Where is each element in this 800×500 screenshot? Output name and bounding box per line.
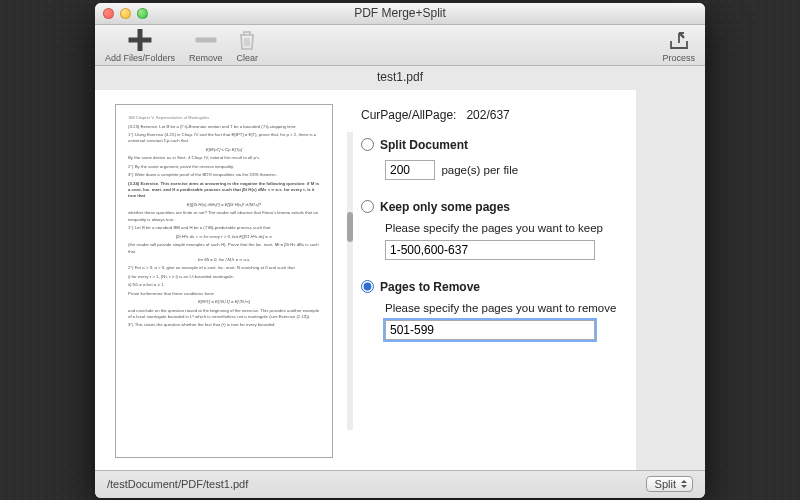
process-label: Process: [662, 53, 695, 63]
preview-line: whether these quantities are finite or n…: [128, 210, 320, 223]
window-title: PDF Merge+Split: [95, 6, 705, 20]
page-preview[interactable]: 188 Chapter V. Representation of Marting…: [115, 104, 333, 458]
file-path: /testDocument/PDF/test1.pdf: [107, 478, 248, 490]
split-suffix: page(s) per file: [441, 164, 518, 176]
toolbar: Add Files/Folders Remove Clear Process: [95, 25, 705, 66]
content-area: 188 Chapter V. Representation of Marting…: [95, 90, 636, 470]
preview-line: Prove furthermore that these conditions …: [128, 291, 320, 297]
remove-label: Remove: [189, 53, 223, 63]
remove-option-group: Pages to Remove Please specify the pages…: [361, 280, 616, 340]
preview-line: 3°) This raises the question whether the…: [128, 322, 320, 328]
add-files-button[interactable]: Add Files/Folders: [105, 29, 175, 63]
remove-button[interactable]: Remove: [189, 29, 223, 63]
footer: /testDocument/PDF/test1.pdf Split: [95, 470, 705, 498]
export-icon: [667, 31, 691, 51]
clear-label: Clear: [237, 53, 259, 63]
preview-line: 1°) Let B be a standard BM and H be a (ℱ…: [128, 225, 320, 231]
split-pages-input[interactable]: [385, 160, 435, 180]
preview-line: 3°) Write down a complete proof of the B…: [128, 172, 320, 178]
preview-line: 2°) By the same argument, prove the reve…: [128, 164, 320, 170]
clear-button[interactable]: Clear: [237, 29, 259, 63]
split-option-group: Split Document page(s) per file: [361, 138, 616, 180]
preview-line: By the same device as in Sect. 4 Chap. I…: [128, 155, 320, 161]
keep-radio[interactable]: [361, 200, 374, 213]
preview-pane: 188 Chapter V. Representation of Marting…: [95, 92, 345, 470]
preview-line: E[(∫0t H(s) dMs)²] = E[∫0t H(s)² d⟨M⟩s]?: [128, 202, 320, 208]
page-counter-value: 202/637: [466, 108, 509, 122]
preview-line: lim Mt = 0, lim ⟨M⟩t = ∞ a.s.: [128, 257, 320, 263]
action-select-value: Split: [655, 478, 676, 490]
document-title: test1.pdf: [95, 66, 705, 90]
minus-icon: [195, 29, 217, 51]
preview-line: i) for every τ > 1, (Nt, τ ≥ t) is an L²…: [128, 274, 320, 280]
preview-line: ∫0t H²s ds < ∞ for every t > 0, but E[∫0…: [128, 234, 320, 240]
app-window: PDF Merge+Split Add Files/Folders Remove…: [95, 3, 705, 498]
keep-option-group: Keep only some pages Please specify the …: [361, 200, 616, 260]
traffic-lights: [95, 8, 148, 19]
add-files-label: Add Files/Folders: [105, 53, 175, 63]
preview-line: E[B²pT] ≤ Cp E[Tp]: [128, 147, 320, 153]
preview-line: and conclude on the question raised at t…: [128, 308, 320, 321]
scrollbar[interactable]: [347, 132, 353, 430]
plus-icon: [126, 29, 154, 51]
process-button[interactable]: Process: [662, 31, 695, 63]
remove-label: Pages to Remove: [380, 280, 480, 294]
options-pane: CurPage/AllPage: 202/637 Split Document …: [355, 92, 636, 470]
remove-hint: Please specify the pages you want to rem…: [385, 302, 616, 314]
close-icon[interactable]: [103, 8, 114, 19]
trash-icon: [237, 29, 257, 51]
split-radio[interactable]: [361, 138, 374, 151]
keep-hint: Please specify the pages you want to kee…: [385, 222, 616, 234]
preview-header: 188 Chapter V. Representation of Marting…: [128, 115, 320, 121]
zoom-icon[interactable]: [137, 8, 148, 19]
titlebar[interactable]: PDF Merge+Split: [95, 3, 705, 25]
preview-line: 2°) For a > 0, α > 0, give an example of…: [128, 265, 320, 271]
preview-line: ii) N1 = α but α ≥ 1.: [128, 282, 320, 288]
remove-pages-input[interactable]: [385, 320, 595, 340]
preview-line: (3.23) Exercise. Let B be a (ℱt)-Brownia…: [128, 124, 320, 130]
page-counter-label: CurPage/AllPage:: [361, 108, 456, 122]
preview-line: (the reader will provide simple examples…: [128, 242, 320, 255]
action-select[interactable]: Split: [646, 476, 693, 492]
preview-line: E[N²1] = E[⟨N⟩1] = E[⟨N⟩∞]: [128, 299, 320, 305]
keep-label: Keep only some pages: [380, 200, 510, 214]
minimize-icon[interactable]: [120, 8, 131, 19]
remove-radio[interactable]: [361, 280, 374, 293]
preview-line: (3.24) Exercise. This exercise aims at a…: [128, 181, 320, 200]
keep-pages-input[interactable]: [385, 240, 595, 260]
split-label: Split Document: [380, 138, 468, 152]
preview-line: 1°) Using Exercise (4.25) in Chap. IV an…: [128, 132, 320, 145]
page-counter: CurPage/AllPage: 202/637: [361, 108, 616, 122]
scrollbar-thumb[interactable]: [347, 212, 353, 242]
